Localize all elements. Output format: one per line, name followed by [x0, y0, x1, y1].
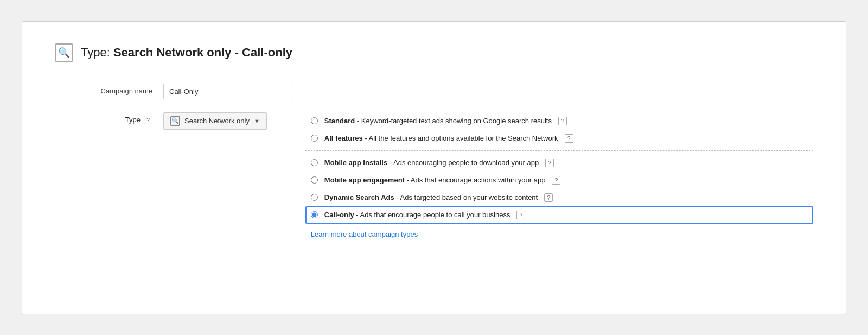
option-mobile-app-installs-text: Mobile app installs - Ads encouraging pe…: [324, 159, 539, 167]
radio-mobile-app-installs[interactable]: [311, 159, 318, 166]
form-section: Campaign name Type ? 🔍 Search Network on…: [55, 84, 813, 238]
option-mobile-app-engagement[interactable]: Mobile app engagement - Ads that encoura…: [305, 172, 813, 189]
option-call-only[interactable]: Call-only - Ads that encourage people to…: [305, 206, 813, 224]
option-dynamic-search-ads[interactable]: Dynamic Search Ads - Ads targeted based …: [305, 189, 813, 206]
type-row: Type ? 🔍 Search Network only ▼ Standard …: [55, 112, 813, 238]
type-label-area: Type ?: [55, 112, 163, 124]
dropdown-search-icon: 🔍: [170, 116, 180, 126]
campaign-name-input[interactable]: [163, 84, 293, 99]
dynamic-search-ads-help-icon[interactable]: ?: [544, 193, 553, 202]
campaign-name-row: Campaign name: [55, 84, 813, 99]
option-mobile-app-engagement-text: Mobile app engagement - Ads that encoura…: [324, 176, 546, 184]
campaign-name-label: Campaign name: [55, 84, 163, 95]
radio-dynamic-search-ads[interactable]: [311, 194, 318, 201]
all-features-help-icon[interactable]: ?: [565, 134, 573, 143]
option-call-only-text: Call-only - Ads that encourage people to…: [324, 211, 510, 219]
mobile-app-installs-help-icon[interactable]: ?: [545, 159, 554, 167]
radio-all-features[interactable]: [311, 135, 318, 142]
page-header: 🔍 Type: Search Network only - Call-only: [55, 43, 813, 62]
dropdown-label: Search Network only: [184, 117, 250, 125]
mobile-app-engagement-help-icon[interactable]: ?: [552, 176, 560, 185]
radio-standard[interactable]: [311, 117, 318, 124]
type-label: Type: [125, 116, 141, 124]
options-panel: Standard - Keyword-targeted text ads sho…: [289, 112, 813, 238]
learn-more-link[interactable]: Learn more about campaign types: [311, 230, 813, 238]
standard-help-icon[interactable]: ?: [558, 117, 567, 125]
option-all-features-text: All features - All the features and opti…: [324, 134, 558, 142]
option-dynamic-search-ads-text: Dynamic Search Ads - Ads targeted based …: [324, 193, 538, 201]
radio-mobile-app-engagement[interactable]: [311, 176, 318, 184]
call-only-help-icon[interactable]: ?: [516, 211, 525, 219]
option-group-bottom: Mobile app installs - Ads encouraging pe…: [305, 154, 813, 224]
option-standard-text: Standard - Keyword-targeted text ads sho…: [324, 117, 552, 125]
option-all-features[interactable]: All features - All the features and opti…: [305, 130, 813, 147]
radio-call-only[interactable]: [311, 211, 318, 218]
main-card: 🔍 Type: Search Network only - Call-only …: [22, 21, 846, 314]
option-standard[interactable]: Standard - Keyword-targeted text ads sho…: [305, 112, 813, 130]
option-group-top: Standard - Keyword-targeted text ads sho…: [305, 112, 813, 147]
search-icon: 🔍: [55, 43, 73, 62]
options-divider: [305, 150, 813, 151]
option-mobile-app-installs[interactable]: Mobile app installs - Ads encouraging pe…: [305, 154, 813, 172]
type-dropdown-button[interactable]: 🔍 Search Network only ▼: [163, 112, 267, 130]
chevron-down-icon: ▼: [254, 118, 260, 124]
type-help-icon[interactable]: ?: [144, 116, 152, 124]
page-title: Type: Search Network only - Call-only: [81, 46, 292, 60]
